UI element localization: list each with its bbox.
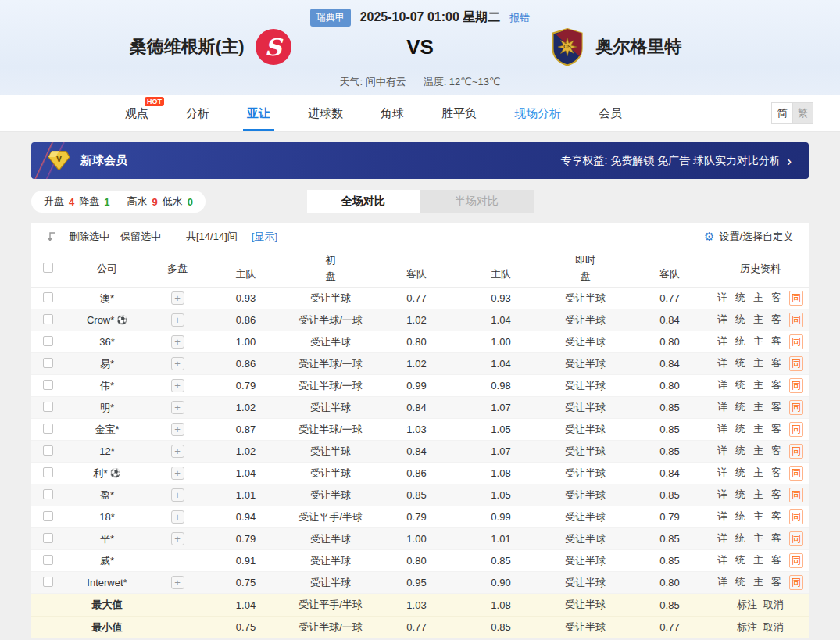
history-link-home[interactable]: 主 bbox=[753, 291, 763, 306]
history-link-away[interactable]: 客 bbox=[771, 509, 781, 524]
history-link-detail[interactable]: 详 bbox=[717, 291, 727, 306]
company-name[interactable]: 36* bbox=[99, 336, 115, 348]
history-link-stats[interactable]: 统 bbox=[735, 444, 745, 459]
lang-traditional-button[interactable]: 繁 bbox=[792, 103, 813, 123]
tab-进球数[interactable]: 进球数 bbox=[308, 96, 343, 131]
history-link-stats[interactable]: 统 bbox=[735, 291, 745, 306]
history-link-same[interactable]: 同 bbox=[789, 466, 803, 481]
mark-button[interactable]: 标注 bbox=[737, 620, 757, 635]
history-link-away[interactable]: 客 bbox=[771, 488, 781, 502]
company-name[interactable]: Interwet* bbox=[87, 577, 127, 588]
expand-button[interactable]: + bbox=[171, 401, 184, 414]
expand-button[interactable]: + bbox=[171, 576, 184, 589]
row-checkbox[interactable] bbox=[43, 336, 53, 346]
history-link-stats[interactable]: 统 bbox=[735, 422, 745, 437]
history-link-detail[interactable]: 详 bbox=[717, 575, 727, 590]
tab-现场分析[interactable]: 现场分析 bbox=[514, 96, 561, 131]
history-link-home[interactable]: 主 bbox=[753, 313, 763, 327]
history-link-home[interactable]: 主 bbox=[753, 466, 763, 481]
company-name[interactable]: 金宝* bbox=[95, 423, 119, 437]
row-checkbox[interactable] bbox=[43, 292, 53, 302]
history-link-stats[interactable]: 统 bbox=[735, 313, 745, 327]
tab-亚让[interactable]: 亚让 bbox=[247, 96, 270, 131]
mark-button[interactable]: 标注 bbox=[737, 598, 757, 612]
row-checkbox[interactable] bbox=[43, 358, 53, 368]
expand-button[interactable]: + bbox=[171, 335, 184, 349]
row-checkbox[interactable] bbox=[43, 533, 53, 543]
delete-selected-button[interactable]: 删除选中 bbox=[69, 230, 109, 244]
history-link-home[interactable]: 主 bbox=[753, 422, 763, 437]
expand-button[interactable]: + bbox=[171, 423, 184, 436]
select-all-checkbox[interactable] bbox=[43, 263, 53, 273]
history-link-stats[interactable]: 统 bbox=[735, 378, 745, 393]
history-link-same[interactable]: 同 bbox=[789, 356, 803, 371]
company-name[interactable]: 18* bbox=[99, 511, 115, 523]
history-link-same[interactable]: 同 bbox=[789, 488, 803, 502]
keep-selected-button[interactable]: 保留选中 bbox=[120, 230, 161, 244]
vip-benefits-link[interactable]: 专享权益: 免费解锁 免广告 球队实力对比分析 › bbox=[560, 154, 792, 168]
history-link-away[interactable]: 客 bbox=[771, 291, 781, 306]
company-name[interactable]: Crow* bbox=[87, 314, 114, 326]
history-link-same[interactable]: 同 bbox=[789, 575, 803, 590]
history-link-stats[interactable]: 统 bbox=[735, 334, 745, 349]
company-name[interactable]: 威* bbox=[100, 554, 114, 568]
history-link-away[interactable]: 客 bbox=[771, 400, 781, 415]
row-checkbox[interactable] bbox=[43, 467, 53, 477]
history-link-stats[interactable]: 统 bbox=[735, 531, 745, 546]
expand-button[interactable]: + bbox=[171, 488, 184, 502]
history-link-same[interactable]: 同 bbox=[789, 378, 803, 393]
history-link-home[interactable]: 主 bbox=[753, 553, 763, 568]
history-link-stats[interactable]: 统 bbox=[735, 509, 745, 524]
history-link-detail[interactable]: 详 bbox=[717, 466, 727, 481]
expand-button[interactable]: + bbox=[171, 445, 184, 458]
company-name[interactable]: 盈* bbox=[100, 488, 114, 502]
history-link-stats[interactable]: 统 bbox=[735, 400, 745, 415]
history-link-detail[interactable]: 详 bbox=[717, 444, 727, 459]
history-link-home[interactable]: 主 bbox=[753, 334, 763, 349]
row-checkbox[interactable] bbox=[43, 511, 53, 521]
history-link-away[interactable]: 客 bbox=[771, 334, 781, 349]
row-checkbox[interactable] bbox=[43, 555, 53, 565]
history-link-stats[interactable]: 统 bbox=[735, 553, 745, 568]
history-link-away[interactable]: 客 bbox=[771, 313, 781, 327]
history-link-same[interactable]: 同 bbox=[789, 291, 803, 306]
company-name[interactable]: 明* bbox=[100, 401, 114, 415]
history-link-same[interactable]: 同 bbox=[789, 444, 803, 459]
row-checkbox[interactable] bbox=[43, 380, 53, 390]
history-link-detail[interactable]: 详 bbox=[717, 422, 727, 437]
history-link-detail[interactable]: 详 bbox=[717, 531, 727, 546]
report-error-link[interactable]: 报错 bbox=[509, 11, 530, 25]
company-name[interactable]: 澳* bbox=[100, 291, 114, 306]
row-checkbox[interactable] bbox=[43, 489, 53, 499]
row-checkbox[interactable] bbox=[43, 314, 53, 324]
history-link-home[interactable]: 主 bbox=[753, 531, 763, 546]
lang-simplified-button[interactable]: 简 bbox=[772, 103, 792, 123]
history-link-away[interactable]: 客 bbox=[771, 531, 781, 546]
history-link-away[interactable]: 客 bbox=[771, 466, 781, 481]
company-name[interactable]: 利* bbox=[94, 467, 108, 481]
history-link-stats[interactable]: 统 bbox=[735, 575, 745, 590]
tab-分析[interactable]: 分析 bbox=[186, 96, 209, 131]
row-checkbox[interactable] bbox=[43, 402, 53, 412]
expand-button[interactable]: + bbox=[171, 510, 184, 524]
history-link-away[interactable]: 客 bbox=[771, 553, 781, 568]
history-link-home[interactable]: 主 bbox=[753, 444, 763, 459]
expand-button[interactable]: + bbox=[171, 291, 184, 305]
history-link-detail[interactable]: 详 bbox=[717, 488, 727, 502]
history-link-detail[interactable]: 详 bbox=[717, 356, 727, 371]
history-link-same[interactable]: 同 bbox=[789, 553, 803, 568]
company-name[interactable]: 平* bbox=[100, 532, 114, 546]
history-link-detail[interactable]: 详 bbox=[717, 400, 727, 415]
expand-button[interactable]: + bbox=[171, 532, 184, 545]
history-link-same[interactable]: 同 bbox=[789, 313, 803, 327]
history-link-same[interactable]: 同 bbox=[789, 509, 803, 524]
history-link-away[interactable]: 客 bbox=[771, 575, 781, 590]
company-name[interactable]: 12* bbox=[99, 445, 115, 457]
tab-会员[interactable]: 会员 bbox=[599, 96, 622, 131]
history-link-home[interactable]: 主 bbox=[753, 575, 763, 590]
settings-button[interactable]: ⚙ 设置/选择自定义 bbox=[704, 230, 793, 244]
history-link-home[interactable]: 主 bbox=[753, 488, 763, 502]
expand-button[interactable]: + bbox=[171, 357, 184, 370]
expand-button[interactable]: + bbox=[171, 379, 184, 392]
history-link-away[interactable]: 客 bbox=[771, 356, 781, 371]
